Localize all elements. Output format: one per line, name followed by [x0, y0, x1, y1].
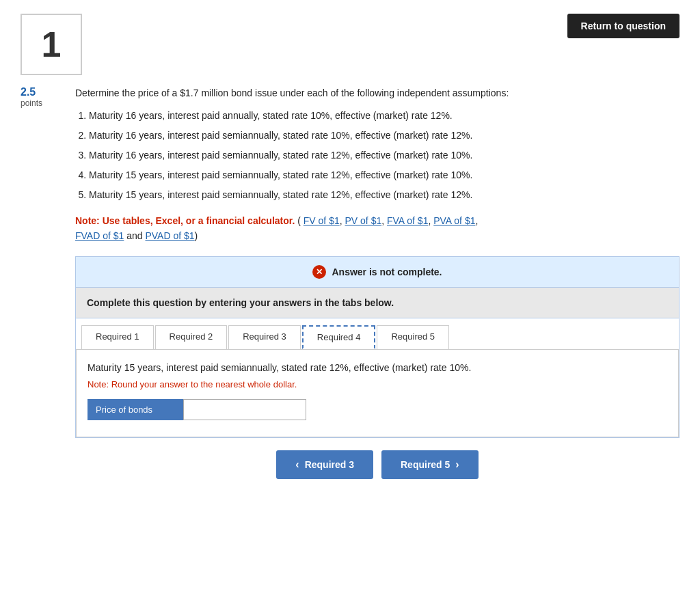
- tab-required-5[interactable]: Required 5: [377, 325, 449, 349]
- tab-required-1[interactable]: Required 1: [81, 325, 154, 349]
- list-item: Maturity 15 years, interest paid semiann…: [89, 188, 679, 202]
- list-item: Maturity 16 years, interest paid semiann…: [89, 128, 679, 143]
- note-paren-open: (: [297, 215, 301, 226]
- comma2: ,: [381, 215, 387, 226]
- question-text: Determine the price of a $1.7 million bo…: [75, 86, 679, 479]
- comma1: ,: [340, 215, 345, 226]
- tab-required-2[interactable]: Required 2: [155, 325, 228, 349]
- question-intro: Determine the price of a $1.7 million bo…: [75, 86, 679, 100]
- prev-button-label: Required 3: [305, 459, 354, 470]
- answer-box: ✕ Answer is not complete. Complete this …: [75, 256, 679, 438]
- tab-required-3[interactable]: Required 3: [228, 325, 301, 349]
- points-column: 2.5 points: [21, 86, 62, 479]
- return-to-question-button[interactable]: Return to question: [567, 14, 679, 38]
- fva-link[interactable]: FVA of $1: [387, 215, 428, 226]
- next-arrow-icon: ›: [455, 458, 459, 471]
- pva-link[interactable]: PVA of $1: [433, 215, 475, 226]
- pv-link[interactable]: PV of $1: [345, 215, 382, 226]
- note-bold-text: Note: Use tables, Excel, or a financial …: [75, 215, 295, 226]
- points-label: points: [21, 98, 62, 108]
- fv-link[interactable]: FV of $1: [304, 215, 340, 226]
- pvad-link[interactable]: PVAD of $1: [145, 230, 194, 241]
- top-bar: 1 Return to question: [21, 14, 679, 75]
- tab-description: Maturity 15 years, interest paid semiann…: [88, 361, 667, 375]
- prev-arrow-icon: ‹: [295, 458, 299, 471]
- points-value: 2.5: [21, 86, 62, 98]
- tab-content: Maturity 15 years, interest paid semiann…: [76, 350, 679, 437]
- question-number: 1: [42, 24, 62, 65]
- question-body: 2.5 points Determine the price of a $1.7…: [21, 86, 679, 479]
- tab-required-4[interactable]: Required 4: [302, 325, 376, 349]
- question-list: Maturity 16 years, interest paid annuall…: [89, 109, 679, 202]
- question-number-box: 1: [21, 14, 82, 75]
- period: ): [195, 230, 198, 241]
- price-of-bonds-input[interactable]: [183, 399, 306, 420]
- tabs-row: Required 1 Required 2 Required 3 Require…: [76, 318, 679, 350]
- comma4: ,: [475, 215, 478, 226]
- page-container: 1 Return to question 2.5 points Determin…: [0, 0, 700, 589]
- status-text: Answer is not complete.: [332, 266, 442, 277]
- list-item: Maturity 16 years, interest paid semiann…: [89, 148, 679, 163]
- complete-instruction: Complete this question by entering your …: [76, 288, 679, 318]
- answer-status-bar: ✕ Answer is not complete.: [76, 257, 679, 288]
- list-item: Maturity 15 years, interest paid semiann…: [89, 168, 679, 182]
- note-section: Note: Use tables, Excel, or a financial …: [75, 213, 679, 244]
- fvad-link[interactable]: FVAD of $1: [75, 230, 124, 241]
- tab-note: Note: Round your answer to the nearest w…: [88, 379, 667, 389]
- next-required-button[interactable]: Required 5 ›: [381, 450, 479, 479]
- prev-required-button[interactable]: ‹ Required 3: [276, 450, 373, 479]
- and-text: and: [126, 230, 142, 241]
- nav-buttons: ‹ Required 3 Required 5 ›: [75, 450, 679, 479]
- status-icon: ✕: [312, 265, 326, 279]
- input-row: Price of bonds: [88, 399, 667, 420]
- next-button-label: Required 5: [401, 459, 450, 470]
- list-item: Maturity 16 years, interest paid annuall…: [89, 109, 679, 123]
- input-label: Price of bonds: [88, 399, 183, 420]
